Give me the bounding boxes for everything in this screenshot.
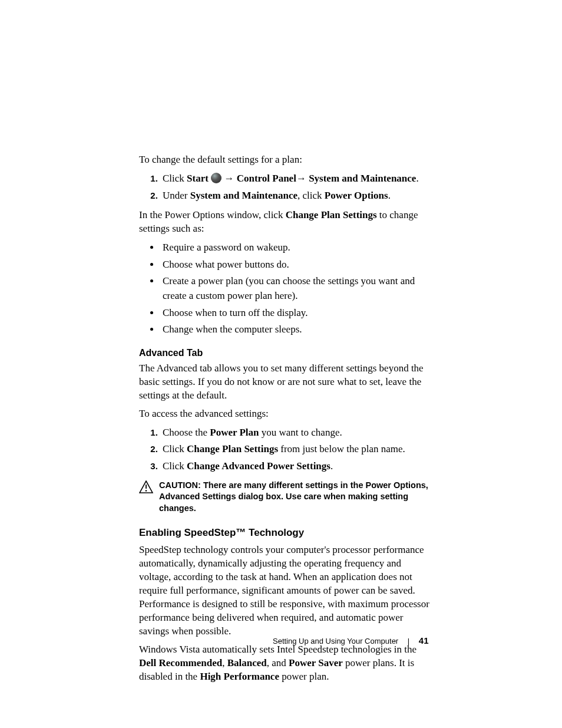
footer-section-name: Setting Up and Using Your Computer	[273, 637, 398, 645]
adv-step-2: Click Change Plan Settings from just bel…	[160, 442, 434, 457]
step-2: Under System and Maintenance, click Powe…	[160, 189, 434, 203]
advanced-access-text: To access the advanced settings:	[139, 407, 434, 421]
adv-step-3: Click Change Advanced Power Settings.	[160, 459, 434, 474]
footer-separator: |	[408, 637, 409, 645]
bullet-item: Change when the computer sleeps.	[160, 322, 434, 337]
steps-list-1: Click Start → Control Panel→ System and …	[139, 172, 434, 203]
step-1: Click Start → Control Panel→ System and …	[160, 172, 434, 186]
change-plan-paragraph: In the Power Options window, click Chang…	[139, 209, 434, 236]
bullet-item: Choose when to turn off the display.	[160, 306, 434, 321]
windows-start-icon	[211, 173, 222, 183]
settings-bullets: Require a password on wakeup. Choose wha…	[139, 241, 434, 337]
footer-page-number: 41	[419, 635, 429, 645]
speedstep-heading: Enabling SpeedStep™ Technology	[139, 527, 434, 539]
steps-list-2: Choose the Power Plan you want to change…	[139, 426, 434, 474]
adv-step-1: Choose the Power Plan you want to change…	[160, 426, 434, 440]
bullet-item: Require a password on wakeup.	[160, 241, 434, 255]
caution-icon	[139, 480, 153, 493]
caution-note: CAUTION: There are many different settin…	[139, 480, 434, 515]
svg-point-2	[146, 490, 147, 492]
caution-text: CAUTION: There are many different settin…	[159, 480, 434, 515]
bullet-item: Create a power plan (you can choose the …	[160, 274, 434, 303]
speedstep-paragraph-1: SpeedStep technology controls your compu…	[139, 543, 434, 638]
advanced-tab-heading: Advanced Tab	[139, 348, 434, 358]
page-content: To change the default settings for a pla…	[139, 153, 434, 689]
intro-text: To change the default settings for a pla…	[139, 153, 434, 167]
advanced-tab-paragraph: The Advanced tab allows you to set many …	[139, 362, 434, 403]
speedstep-paragraph-2: Windows Vista automatically sets Intel S…	[139, 643, 434, 684]
bullet-item: Choose what power buttons do.	[160, 258, 434, 272]
